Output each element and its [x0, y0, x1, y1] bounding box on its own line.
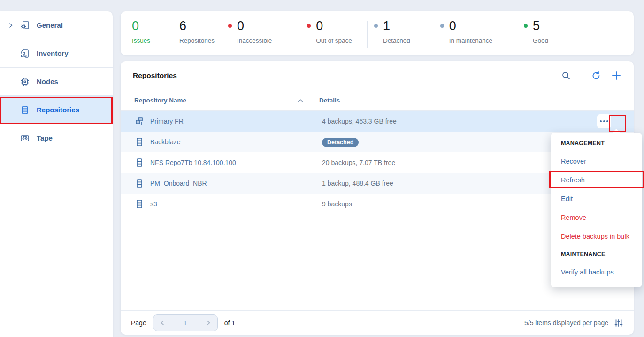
sidebar-item-label: Repositories [37, 106, 79, 114]
repository-stats-panel: 0 Issues 6 Repositories 0 Inaccessible 0… [121, 11, 634, 55]
stat-value: 6 [179, 19, 186, 33]
stat-value: 1 [383, 19, 390, 33]
current-page-value: 1 [184, 319, 187, 327]
repository-details: 4 backups, 463.3 GB free [322, 118, 397, 125]
stat-label: Detached [374, 37, 410, 44]
menu-item-remove[interactable]: Remove [551, 208, 642, 227]
repository-details: 20 backups, 7.07 TB free [322, 159, 395, 166]
status-dot-gray [374, 24, 378, 28]
sidebar-item-label: Inventory [37, 49, 69, 57]
column-label: Details [319, 97, 340, 104]
stat-value: 5 [533, 19, 540, 33]
repository-icon [134, 157, 145, 168]
repository-name: Primary FR [150, 118, 310, 125]
status-dot-gray [440, 24, 444, 28]
sidebar-item-label: Tape [37, 134, 53, 142]
display-settings-icon[interactable] [614, 318, 623, 328]
repository-details: 1 backup, 488.4 GB free [322, 180, 393, 187]
menu-item-verify-all-backups[interactable]: Verify all backups [551, 263, 642, 282]
repository-name: NFS Repo7Tb 10.84.100.100 [150, 159, 310, 166]
stat-label: In maintenance [440, 37, 492, 44]
panel-title: Repositories [133, 71, 177, 80]
repository-icon [18, 104, 32, 116]
stat-out-of-space: 0 Out of space [272, 19, 352, 55]
repository-icon [134, 178, 145, 189]
status-dot-green [524, 24, 528, 28]
detached-badge: Detached [322, 138, 359, 147]
menu-item-refresh[interactable]: Refresh [551, 171, 642, 189]
stat-inaccessible: 0 Inaccessible [211, 19, 272, 55]
repository-name: Backblaze [150, 138, 310, 146]
sidebar-item-label: Nodes [37, 78, 58, 86]
stat-value: 0 [449, 19, 456, 33]
sidebar-item-nodes[interactable]: Nodes [0, 68, 113, 96]
stat-issues: 0 Issues [121, 19, 150, 55]
page-stepper[interactable]: 1 [153, 314, 218, 331]
column-label: Repository Name [134, 97, 186, 104]
nodes-icon [18, 76, 32, 87]
sidebar: General Inventory Nodes [0, 11, 113, 337]
stat-label: Inaccessible [228, 37, 272, 44]
table-row-primary-fr[interactable]: Primary FR 4 backups, 463.3 GB free [121, 111, 634, 132]
status-dot-red [228, 24, 232, 28]
add-repository-button[interactable] [611, 71, 621, 81]
menu-section-management: MANAGEMENT [551, 135, 642, 152]
table-header-row: Repository Name Details [121, 90, 634, 111]
repository-icon [134, 136, 145, 148]
stat-value: 0 [237, 19, 244, 33]
total-pages-label: of 1 [224, 319, 235, 327]
page-label: Page [131, 319, 146, 327]
repository-status: Detached [322, 138, 359, 146]
sidebar-item-general[interactable]: General [0, 11, 113, 39]
stat-label: Repositories [179, 37, 215, 44]
sidebar-item-repositories[interactable]: Repositories [0, 96, 113, 124]
row-actions-ellipsis-button[interactable] [597, 114, 611, 128]
previous-page-button[interactable] [160, 320, 165, 326]
inventory-icon [18, 48, 32, 59]
tape-icon [18, 133, 32, 144]
stat-repositories: 6 Repositories [150, 19, 215, 55]
repository-name: s3 [150, 200, 310, 208]
repository-name: PM_Onboard_NBR [150, 180, 310, 187]
menu-item-delete-backups-in-bulk[interactable]: Delete backups in bulk [551, 227, 642, 246]
context-menu: MANAGEMENT Recover Refresh Edit Remove D… [551, 133, 642, 287]
menu-item-edit[interactable]: Edit [551, 189, 642, 208]
stat-in-maintenance: 0 In maintenance [410, 19, 492, 55]
sidebar-item-inventory[interactable]: Inventory [0, 39, 113, 68]
stat-label: Issues [132, 37, 150, 44]
column-details[interactable]: Details [311, 97, 340, 104]
menu-item-recover[interactable]: Recover [551, 152, 642, 171]
items-per-page-label: 5/5 items displayed per page [524, 319, 608, 327]
refresh-button[interactable] [590, 70, 602, 81]
stat-value: 0 [132, 19, 139, 33]
repository-details: 9 backups [322, 200, 352, 208]
sort-ascending-icon[interactable] [298, 99, 303, 102]
general-settings-icon [18, 20, 32, 31]
next-page-button[interactable] [206, 320, 211, 326]
menu-section-maintenance: MAINTENANCE [551, 246, 642, 263]
column-repository-name[interactable]: Repository Name [121, 97, 311, 104]
stat-value: 0 [316, 19, 323, 33]
toolbar-divider [581, 70, 581, 82]
stat-label: Good [524, 37, 548, 44]
scale-out-repository-icon [134, 116, 145, 127]
stat-label: Out of space [307, 37, 352, 44]
stat-good: 5 Good [492, 19, 548, 55]
status-dot-red [307, 24, 311, 28]
stat-detached: 1 Detached [368, 19, 410, 55]
repository-icon [134, 198, 145, 210]
sidebar-item-label: General [37, 21, 63, 29]
chevron-right-icon[interactable] [6, 23, 16, 28]
table-footer: Page 1 of 1 5/5 items displayed per page [121, 310, 634, 335]
sidebar-item-tape[interactable]: Tape [0, 124, 113, 152]
search-button[interactable] [561, 71, 571, 81]
